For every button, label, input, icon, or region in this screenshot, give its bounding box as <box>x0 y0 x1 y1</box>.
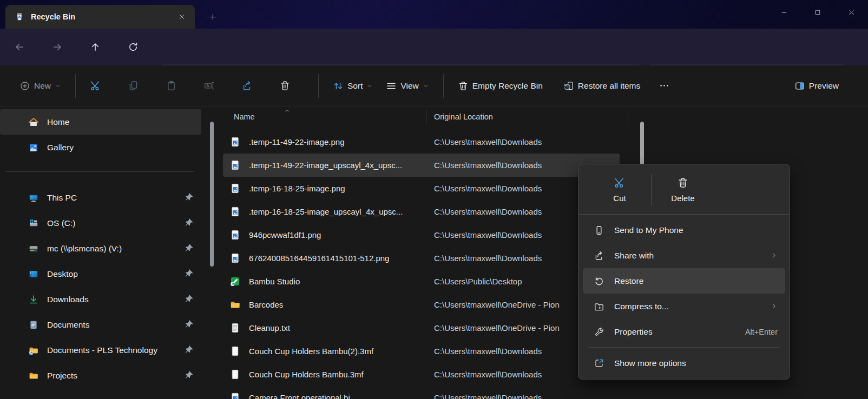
zipfolder-icon <box>594 301 604 312</box>
file-row-couch-cup-holders-bambu-3mf[interactable]: Couch Cup Holders Bambu.3mf C:\Users\tma… <box>223 363 620 386</box>
chevron-right-icon <box>771 303 778 310</box>
maximize-button[interactable] <box>801 0 834 24</box>
menu-item-label: Compress to... <box>614 302 669 311</box>
minimize-button[interactable] <box>767 0 801 24</box>
context-menu-items: Send to My Phone Share with Restore Comp… <box>578 215 790 376</box>
menu-item-restore[interactable]: Restore <box>583 268 785 294</box>
preview-pane-icon <box>794 81 805 91</box>
copy-icon <box>128 80 139 91</box>
file-original-location: C:\Users\tmaxwell\Downloads <box>434 393 620 399</box>
file-row-676240085164459161415101-512-png[interactable]: 676240085164459161415101-512.png C:\User… <box>223 247 620 270</box>
forward-button[interactable] <box>47 36 68 58</box>
file-row-temp-16-18-25-image-png[interactable]: .temp-16-18-25-image.png C:\Users\tmaxwe… <box>223 177 620 200</box>
sort-icon <box>333 81 344 91</box>
file-row-couch-cup-holders-bambu-2-3mf[interactable]: Couch Cup Holders Bambu(2).3mf C:\Users\… <box>223 340 620 363</box>
sidebar-item-mc-plsmcnas-v[interactable]: mc (\\plsmcnas) (V:) <box>0 236 201 261</box>
column-header-name[interactable]: Name <box>234 112 255 121</box>
downloads-icon <box>28 294 39 305</box>
sidebar-item-home[interactable]: Home <box>0 109 201 135</box>
sidebar-item-documents[interactable]: Documents <box>0 312 201 337</box>
sidebar-item-downloads[interactable]: Downloads <box>0 287 201 312</box>
context-menu: Cut Delete Send to My Phone Share with R… <box>578 164 790 380</box>
command-toolbar: New Sort View Empty Recycle Bin Restore … <box>0 65 868 107</box>
chevron-down-icon <box>366 83 373 89</box>
file-name: Couch Cup Holders Bambu(2).3mf <box>249 347 434 356</box>
new-button[interactable]: New <box>13 76 68 96</box>
view-label: View <box>400 81 418 91</box>
sort-button[interactable]: Sort <box>326 76 379 96</box>
file-row-temp-16-18-25-image-upscayl-4x-upsc[interactable]: .temp-16-18-25-image_upscayl_4x_upsc... … <box>223 200 620 223</box>
restore-all-items-button[interactable]: Restore all items <box>557 76 647 96</box>
paste-icon <box>166 80 177 91</box>
preview-button[interactable]: Preview <box>788 76 845 96</box>
column-divider[interactable] <box>628 110 628 124</box>
copy-button[interactable] <box>121 74 145 98</box>
restore-icon <box>563 81 574 91</box>
minimize-icon <box>780 9 788 16</box>
menu-item-properties[interactable]: Properties Alt+Enter <box>583 319 785 344</box>
file-name: Barcodes <box>249 300 434 309</box>
pin-icon <box>184 320 194 330</box>
folder-file-icon <box>229 299 241 310</box>
file-file-icon <box>229 369 241 380</box>
sidebar-item-projects[interactable]: Projects <box>0 363 201 388</box>
back-button[interactable] <box>9 36 30 58</box>
paste-button[interactable] <box>159 74 183 98</box>
close-window-button[interactable] <box>834 0 868 24</box>
tab-close-button[interactable] <box>174 9 189 24</box>
osdrive-icon <box>28 218 39 229</box>
empty-recycle-bin-button[interactable]: Empty Recycle Bin <box>451 76 549 96</box>
new-tab-button[interactable] <box>205 9 221 25</box>
share-button[interactable] <box>235 74 259 98</box>
file-row-946pcwwaf1df1-png[interactable]: 946pcwwaf1df1.png C:\Users\tmaxwell\Down… <box>223 223 620 247</box>
sidebar-item-gallery[interactable]: Gallery <box>0 135 201 160</box>
netdrive-icon <box>28 243 39 254</box>
file-name: Bambu Studio <box>249 277 434 286</box>
rename-button[interactable] <box>197 74 221 98</box>
column-divider[interactable] <box>426 110 426 124</box>
trash-icon <box>279 80 291 91</box>
menu-item-share-with[interactable]: Share with <box>583 243 785 268</box>
column-header-row: Name Original Location <box>223 107 629 127</box>
pin-icon <box>184 294 194 304</box>
sort-label: Sort <box>347 81 363 91</box>
restore-all-items-label: Restore all items <box>578 81 640 91</box>
sidebar-scrollbar[interactable] <box>210 122 214 267</box>
sidebar-item-os-c[interactable]: OS (C:) <box>0 210 201 236</box>
file-row-temp-11-49-22-image-upscayl-4x-upsc[interactable]: .temp-11-49-22-image_upscayl_4x_upsc... … <box>223 154 620 177</box>
column-header-original-location[interactable]: Original Location <box>434 112 493 121</box>
share-icon <box>594 250 604 261</box>
pin-icon <box>184 345 194 355</box>
explorer-tab[interactable]: Recycle Bin <box>5 5 195 29</box>
sidebar-item-this-pc[interactable]: This PC <box>0 185 201 210</box>
menu-item-compress-to[interactable]: Compress to... <box>583 294 785 319</box>
menu-item-label: Restore <box>614 276 643 286</box>
up-button[interactable] <box>84 36 106 58</box>
sidebar-item-documents-pls-technology[interactable]: Documents - PLS Technology <box>0 337 201 363</box>
view-button[interactable]: View <box>379 76 435 96</box>
context-cut-button[interactable]: Cut <box>595 170 645 210</box>
menu-item-show-more-options[interactable]: Show more options <box>583 350 785 376</box>
file-row-cleanup-txt[interactable]: Cleanup.txt C:\Users\tmaxwell\OneDrive -… <box>223 316 620 340</box>
close-icon <box>847 8 856 16</box>
delete-label: Delete <box>671 194 694 203</box>
context-delete-button[interactable]: Delete <box>658 170 708 210</box>
cut-button[interactable] <box>83 74 107 98</box>
file-row-camera-front-operational-bi[interactable]: Camera Front operational bi... C:\Users\… <box>223 386 620 399</box>
more-options-button[interactable] <box>652 74 676 98</box>
menu-item-send-to-my-phone[interactable]: Send to My Phone <box>583 217 785 243</box>
file-row-barcodes[interactable]: Barcodes C:\Users\tmaxwell\OneDrive - Pi… <box>223 293 620 316</box>
file-name: .temp-11-49-22-image_upscayl_4x_upsc... <box>249 161 434 170</box>
png-file-icon <box>229 183 241 194</box>
file-row-temp-11-49-22-image-png[interactable]: .temp-11-49-22-image.png C:\Users\tmaxwe… <box>223 130 620 154</box>
home-icon <box>28 117 39 128</box>
file-row-bambu-studio[interactable]: Bambu Studio C:\Users\Public\Desktop <box>223 270 620 293</box>
refresh-button[interactable] <box>122 36 144 58</box>
wrench-icon <box>594 327 604 337</box>
sidebar-item-label: This PC <box>47 193 77 203</box>
navigation-bar: Recycle Bin <box>0 29 868 65</box>
view-lines-icon <box>386 81 397 91</box>
delete-button[interactable] <box>273 74 297 98</box>
file-name: 676240085164459161415101-512.png <box>249 254 434 263</box>
sidebar-item-desktop[interactable]: Desktop <box>0 261 201 287</box>
